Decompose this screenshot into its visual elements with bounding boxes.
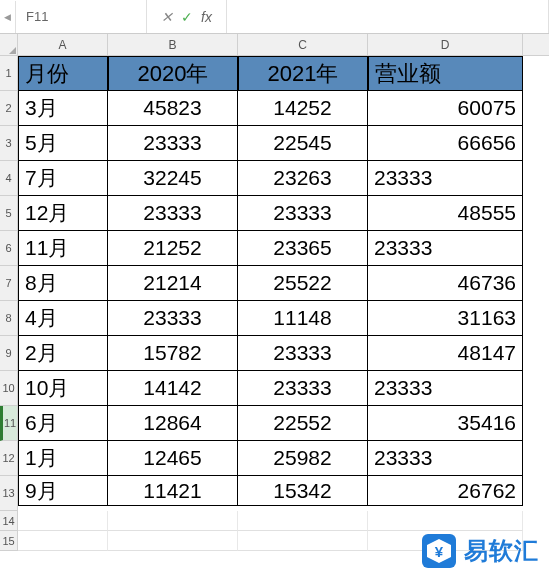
table-row: 47月322452326323333 [0, 161, 549, 196]
cell[interactable] [18, 511, 108, 531]
cell[interactable]: 35416 [368, 406, 523, 441]
header-cell[interactable]: 2021年 [238, 56, 368, 91]
cell[interactable] [108, 531, 238, 551]
cell[interactable]: 23333 [108, 126, 238, 161]
cell[interactable]: 32245 [108, 161, 238, 196]
cell[interactable]: 23333 [368, 161, 523, 196]
cell[interactable]: 12864 [108, 406, 238, 441]
chevron-left-icon[interactable]: ◀ [0, 1, 16, 33]
header-cell[interactable]: 2020年 [108, 56, 238, 91]
cell[interactable]: 23365 [238, 231, 368, 266]
row-header[interactable]: 12 [0, 441, 18, 476]
row-header[interactable]: 6 [0, 231, 18, 266]
row-header[interactable]: 13 [0, 476, 18, 511]
formula-input[interactable] [227, 0, 548, 33]
column-header-d[interactable]: D [368, 34, 523, 55]
cell[interactable]: 23333 [108, 196, 238, 231]
cell[interactable]: 23333 [238, 371, 368, 406]
table-row: 84月233331114831163 [0, 301, 549, 336]
row-header[interactable]: 15 [0, 531, 18, 551]
cell[interactable]: 31163 [368, 301, 523, 336]
watermark-text: 易软汇 [464, 535, 539, 567]
cell[interactable]: 25982 [238, 441, 368, 476]
cell[interactable]: 22545 [238, 126, 368, 161]
table-row: 121月124652598223333 [0, 441, 549, 476]
table-row: 512月233332333348555 [0, 196, 549, 231]
fx-icon[interactable]: fx [201, 9, 212, 25]
row-header[interactable]: 2 [0, 91, 18, 126]
name-box[interactable]: F11 [16, 0, 146, 33]
cell[interactable]: 11421 [108, 476, 238, 506]
table-row: 35月233332254566656 [0, 126, 549, 161]
cell[interactable]: 22552 [238, 406, 368, 441]
cell[interactable]: 25522 [238, 266, 368, 301]
row-header[interactable]: 7 [0, 266, 18, 301]
table-row: 14 [0, 511, 549, 531]
cell[interactable]: 5月 [18, 126, 108, 161]
cell[interactable]: 9月 [18, 476, 108, 506]
cell[interactable]: 48147 [368, 336, 523, 371]
row-header[interactable]: 1 [0, 56, 18, 91]
cell[interactable]: 14252 [238, 91, 368, 126]
cell[interactable]: 7月 [18, 161, 108, 196]
cell[interactable]: 4月 [18, 301, 108, 336]
formula-controls: ✕ ✓ fx [147, 9, 226, 25]
cell[interactable]: 26762 [368, 476, 523, 506]
watermark-logo-icon: ¥ [422, 534, 456, 568]
cell[interactable]: 15782 [108, 336, 238, 371]
cell[interactable]: 60075 [368, 91, 523, 126]
select-all-corner[interactable] [0, 34, 18, 55]
cell[interactable]: 15342 [238, 476, 368, 506]
cell[interactable]: 21252 [108, 231, 238, 266]
cell[interactable]: 3月 [18, 91, 108, 126]
cell[interactable]: 23333 [238, 196, 368, 231]
table-row: 611月212522336523333 [0, 231, 549, 266]
table-row: 116月128642255235416 [0, 406, 549, 441]
column-header-a[interactable]: A [18, 34, 108, 55]
column-header-c[interactable]: C [238, 34, 368, 55]
header-cell[interactable]: 营业额 [368, 56, 523, 91]
cell[interactable]: 14142 [108, 371, 238, 406]
row-header[interactable]: 9 [0, 336, 18, 371]
row-header[interactable]: 11 [0, 406, 18, 441]
cell[interactable]: 23333 [368, 441, 523, 476]
row-header[interactable]: 3 [0, 126, 18, 161]
cell[interactable]: 12465 [108, 441, 238, 476]
cell[interactable]: 1月 [18, 441, 108, 476]
accept-icon[interactable]: ✓ [181, 9, 193, 25]
cell[interactable]: 23333 [108, 301, 238, 336]
cell[interactable]: 23263 [238, 161, 368, 196]
cell[interactable]: 21214 [108, 266, 238, 301]
cell[interactable]: 23333 [238, 336, 368, 371]
table-row: 1010月141422333323333 [0, 371, 549, 406]
row-header[interactable]: 10 [0, 371, 18, 406]
row-header[interactable]: 5 [0, 196, 18, 231]
cell[interactable]: 45823 [108, 91, 238, 126]
row-header[interactable]: 14 [0, 511, 18, 531]
cell[interactable] [18, 531, 108, 551]
row-header[interactable]: 8 [0, 301, 18, 336]
cell[interactable] [238, 531, 368, 551]
column-header-row: A B C D [0, 34, 549, 56]
cancel-icon[interactable]: ✕ [161, 9, 173, 25]
cell[interactable]: 12月 [18, 196, 108, 231]
cell[interactable]: 23333 [368, 371, 523, 406]
cell[interactable]: 66656 [368, 126, 523, 161]
cell[interactable]: 10月 [18, 371, 108, 406]
watermark: ¥ 易软汇 [422, 534, 539, 568]
cell[interactable]: 11148 [238, 301, 368, 336]
cell[interactable] [238, 511, 368, 531]
cell[interactable]: 46736 [368, 266, 523, 301]
cell[interactable]: 8月 [18, 266, 108, 301]
row-header[interactable]: 4 [0, 161, 18, 196]
column-header-b[interactable]: B [108, 34, 238, 55]
table-row: 92月157822333348147 [0, 336, 549, 371]
cell[interactable]: 48555 [368, 196, 523, 231]
cell[interactable]: 6月 [18, 406, 108, 441]
cell[interactable] [108, 511, 238, 531]
cell[interactable]: 23333 [368, 231, 523, 266]
header-cell[interactable]: 月份 [18, 56, 108, 91]
cell[interactable] [368, 511, 523, 531]
cell[interactable]: 2月 [18, 336, 108, 371]
cell[interactable]: 11月 [18, 231, 108, 266]
